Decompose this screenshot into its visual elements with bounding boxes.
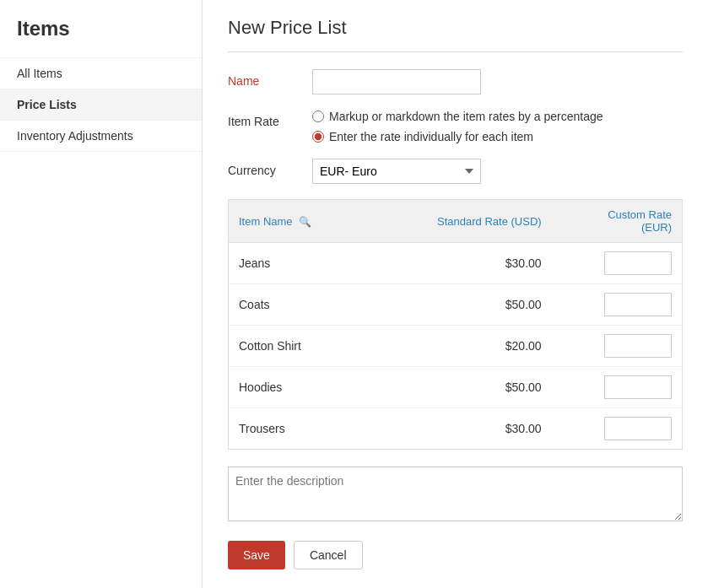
save-button[interactable]: Save: [228, 541, 285, 569]
name-label: Name: [228, 69, 312, 88]
sidebar-nav: All Items Price Lists Inventory Adjustme…: [0, 57, 202, 152]
items-table: Item Name 🔍 Standard Rate (USD) Custom R…: [229, 200, 682, 449]
sidebar-item-price-lists[interactable]: Price Lists: [0, 89, 202, 121]
custom-rate-input-1[interactable]: [604, 293, 672, 316]
name-row: Name: [228, 69, 683, 94]
standard-rate-cell: $20.00: [367, 326, 552, 367]
page-title: New Price List: [228, 17, 683, 52]
radio-option-individual[interactable]: Enter the rate individually for each ite…: [312, 130, 683, 143]
currency-control-wrap: EUR- Euro USD- Dollar GBP- Pound: [312, 159, 683, 184]
custom-rate-cell: [552, 243, 682, 284]
col-custom-rate-line2: (EUR): [641, 221, 672, 234]
radio-option-markup[interactable]: Markup or markdown the item rates by a p…: [312, 110, 683, 123]
sidebar-item-label: Inventory Adjustments: [17, 129, 133, 143]
sidebar-item-all-items[interactable]: All Items: [0, 57, 202, 89]
table-row: Coats $50.00: [229, 284, 682, 326]
sidebar-item-label: All Items: [17, 67, 62, 80]
col-item-name-text: Item Name: [239, 215, 293, 228]
standard-rate-cell: $30.00: [367, 243, 552, 284]
item-name-cell: Cotton Shirt: [229, 326, 367, 367]
custom-rate-cell: [552, 326, 682, 367]
table-row: Hoodies $50.00: [229, 367, 682, 408]
main-content: New Price List Name Item Rate Markup or …: [203, 0, 708, 588]
sidebar-item-inventory-adjustments[interactable]: Inventory Adjustments: [0, 121, 202, 152]
custom-rate-input-2[interactable]: [604, 334, 672, 358]
item-rate-label: Item Rate: [228, 110, 312, 128]
radio-markup[interactable]: [312, 111, 324, 122]
item-rate-row: Item Rate Markup or markdown the item ra…: [228, 110, 683, 143]
name-input[interactable]: [312, 69, 481, 94]
cancel-button[interactable]: Cancel: [294, 541, 363, 569]
items-table-wrapper: Item Name 🔍 Standard Rate (USD) Custom R…: [228, 199, 683, 450]
sidebar-item-label: Price Lists: [17, 98, 77, 111]
radio-individual[interactable]: [312, 131, 324, 143]
name-control-wrap: [312, 69, 683, 94]
description-textarea[interactable]: [228, 467, 683, 521]
search-icon[interactable]: 🔍: [299, 216, 311, 228]
item-name-cell: Coats: [229, 284, 367, 326]
table-row: Trousers $30.00: [229, 408, 682, 450]
col-custom-rate: Custom Rate (EUR): [552, 200, 682, 243]
custom-rate-cell: [552, 408, 682, 450]
standard-rate-cell: $50.00: [367, 367, 552, 408]
standard-rate-cell: $50.00: [367, 284, 552, 326]
item-name-cell: Trousers: [229, 408, 367, 450]
sidebar-title: Items: [0, 17, 202, 57]
custom-rate-cell: [552, 367, 682, 408]
standard-rate-cell: $30.00: [367, 408, 552, 450]
custom-rate-input-4[interactable]: [604, 417, 672, 440]
custom-rate-cell: [552, 284, 682, 326]
currency-row: Currency EUR- Euro USD- Dollar GBP- Poun…: [228, 159, 683, 184]
item-name-cell: Jeans: [229, 243, 367, 284]
item-name-cell: Hoodies: [229, 367, 367, 408]
table-row: Cotton Shirt $20.00: [229, 326, 682, 367]
currency-select[interactable]: EUR- Euro USD- Dollar GBP- Pound: [312, 159, 481, 184]
col-custom-rate-line1: Custom Rate: [608, 208, 672, 221]
col-item-name: Item Name 🔍: [229, 200, 367, 243]
sidebar: Items All Items Price Lists Inventory Ad…: [0, 0, 203, 588]
custom-rate-input-0[interactable]: [604, 251, 672, 275]
items-tbody: Jeans $30.00 Coats $50.00 Cotton Shirt $…: [229, 243, 682, 450]
table-header-row: Item Name 🔍 Standard Rate (USD) Custom R…: [229, 200, 682, 243]
button-row: Save Cancel: [228, 541, 683, 569]
col-standard-rate: Standard Rate (USD): [367, 200, 552, 243]
custom-rate-input-3[interactable]: [604, 375, 672, 399]
radio-markup-label: Markup or markdown the item rates by a p…: [329, 110, 603, 123]
currency-label: Currency: [228, 159, 312, 177]
radio-individual-label: Enter the rate individually for each ite…: [329, 130, 533, 143]
item-rate-control-wrap: Markup or markdown the item rates by a p…: [312, 110, 683, 143]
table-row: Jeans $30.00: [229, 243, 682, 284]
